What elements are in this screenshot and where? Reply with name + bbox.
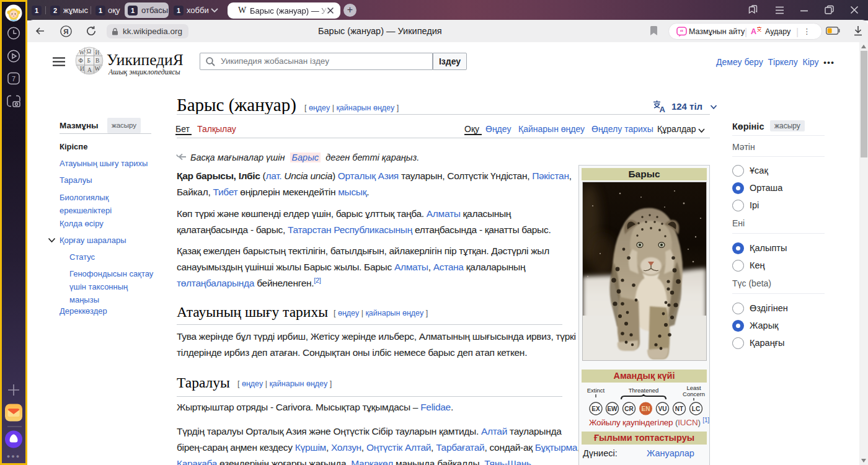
svg-text:W: W xyxy=(95,66,100,72)
svg-text:A: A xyxy=(87,67,92,73)
svg-text:Ф: Ф xyxy=(79,58,84,64)
svg-text:Extinct: Extinct xyxy=(587,387,605,394)
svg-text:“: “ xyxy=(680,28,684,35)
svg-text:EX: EX xyxy=(591,405,600,412)
svg-text:NT: NT xyxy=(675,405,683,412)
svg-text:Threatened: Threatened xyxy=(629,387,659,394)
svg-text:Ω: Ω xyxy=(87,48,91,55)
svg-text:B: B xyxy=(95,58,99,64)
svg-text:A: A xyxy=(660,105,666,113)
svg-text:VU: VU xyxy=(658,405,667,412)
svg-text:LC: LC xyxy=(692,405,700,412)
svg-text:W: W xyxy=(79,50,85,56)
svg-text:CR: CR xyxy=(624,405,634,412)
svg-text:EW: EW xyxy=(607,405,618,412)
svg-text:7: 7 xyxy=(12,75,16,82)
svg-text:EN: EN xyxy=(642,405,650,412)
svg-text:Concern: Concern xyxy=(683,391,705,397)
svg-text:Я: Я xyxy=(63,28,68,35)
svg-text:Б: Б xyxy=(87,58,91,64)
